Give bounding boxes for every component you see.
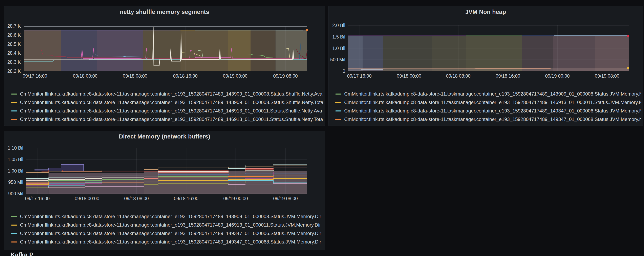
x-tick-label: 09/19 08:00 (590, 73, 624, 79)
legend-label[interactable]: CmMonitor.flink.rts.kafkadump.c8-data-st… (344, 108, 641, 114)
y-tick-label: 1.00 Bil (6, 168, 23, 174)
x-tick-label: 09/19 00:00 (218, 196, 253, 201)
legend: CmMonitor.flink.rts.kafkadump.c8-data-st… (11, 212, 323, 246)
chart-canvas-netty-shuffle[interactable] (24, 26, 307, 71)
x-tick-label: 09/18 16:00 (491, 73, 525, 79)
legend-item: CmMonitor.flink.rts.kafkadump.c8-data-st… (11, 238, 323, 246)
legend-marker (11, 102, 17, 103)
legend: CmMonitor.flink.rts.kafkadump.c8-data-st… (11, 90, 323, 124)
legend-marker (11, 242, 17, 243)
series-endpoint-dot (627, 67, 629, 69)
x-tick-label: 09/18 08:00 (119, 196, 154, 201)
row-title-kafka[interactable]: Kafka P (10, 251, 34, 256)
legend-label[interactable]: CmMonitor.flink.rts.kafkadump.c8-data-st… (20, 239, 321, 245)
panel-jvm-non-heap: JVM Non heap 2.0 Bil1.5 Bil1.0 Bil500 Mi… (328, 6, 643, 126)
y-tick-label: 2.0 Bil (330, 22, 345, 28)
legend-item: CmMonitor.flink.rts.kafkadump.c8-data-st… (11, 229, 323, 238)
x-tick-label: 09/19 08:00 (268, 196, 302, 201)
legend-item: CmMonitor.flink.rts.kafkadump.c8-data-st… (11, 107, 323, 115)
legend-item: CmMonitor.flink.rts.kafkadump.c8-data-st… (11, 221, 323, 229)
series-endpoint-dot (306, 29, 308, 31)
legend-marker (335, 94, 342, 95)
legend-marker (11, 111, 17, 112)
y-tick-label: 1.10 Bil (6, 145, 23, 151)
legend-marker (11, 216, 17, 217)
legend-item: CmMonitor.flink.rts.kafkadump.c8-data-st… (11, 212, 323, 221)
y-tick-label: 28.7 K (6, 23, 21, 29)
y-tick-label: 28.3 K (6, 59, 21, 65)
y-tick-label: 950 Mil (6, 179, 23, 185)
chart-canvas-jvm-non-heap[interactable] (348, 25, 629, 71)
x-tick-label: 09/18 16:00 (169, 196, 203, 201)
legend-item: CmMonitor.flink.rts.kafkadump.c8-data-st… (335, 98, 641, 107)
legend-marker (11, 233, 17, 234)
legend-label[interactable]: CmMonitor.flink.rts.kafkadump.c8-data-st… (20, 214, 321, 219)
x-tick-label: 09/18 08:00 (441, 73, 476, 79)
legend-item: CmMonitor.flink.rts.kafkadump.c8-data-st… (11, 115, 323, 124)
x-tick-label: 09/19 00:00 (218, 73, 252, 79)
series-endpoint-dot (627, 35, 629, 37)
legend-label[interactable]: CmMonitor.flink.rts.kafkadump.c8-data-st… (20, 231, 321, 236)
legend-label[interactable]: CmMonitor.flink.rts.kafkadump.c8-data-st… (20, 91, 322, 97)
legend-item: CmMonitor.flink.rts.kafkadump.c8-data-st… (11, 90, 323, 98)
x-tick-label: 09/18 16:00 (168, 73, 202, 79)
y-tick-label: 1.5 Bil (330, 34, 345, 40)
panel-title[interactable]: netty shuffle memory segments (4, 9, 325, 15)
legend-label[interactable]: CmMonitor.flink.rts.kafkadump.c8-data-st… (344, 100, 641, 105)
y-tick-label: 1.05 Bil (6, 157, 23, 162)
dashboard: netty shuffle memory segments 28.7 K28.6… (0, 0, 644, 256)
panel-netty-shuffle-memory-segments: netty shuffle memory segments 28.7 K28.6… (4, 6, 325, 126)
x-tick-label: 09/18 00:00 (392, 73, 426, 79)
legend-marker (335, 111, 342, 112)
x-tick-label: 09/17 16:00 (342, 73, 376, 79)
legend-label[interactable]: CmMonitor.flink.rts.kafkadump.c8-data-st… (20, 100, 323, 105)
legend-item: CmMonitor.flink.rts.kafkadump.c8-data-st… (11, 98, 323, 107)
x-tick-label: 09/19 00:00 (540, 73, 574, 79)
legend-label[interactable]: CmMonitor.flink.rts.kafkadump.c8-data-st… (20, 117, 323, 122)
legend-marker (11, 119, 17, 120)
legend: CmMonitor.flink.rts.kafkadump.c8-data-st… (335, 90, 641, 124)
legend-label[interactable]: CmMonitor.flink.rts.kafkadump.c8-data-st… (344, 117, 641, 122)
x-tick-label: 09/17 16:00 (20, 196, 54, 201)
legend-item: CmMonitor.flink.rts.kafkadump.c8-data-st… (335, 90, 641, 98)
panel-title[interactable]: Direct Memory (network buffers) (4, 133, 325, 140)
legend-label[interactable]: CmMonitor.flink.rts.kafkadump.c8-data-st… (20, 108, 322, 114)
x-tick-label: 09/18 08:00 (118, 73, 152, 79)
legend-marker (335, 102, 342, 103)
panel-direct-memory-network-buffers: Direct Memory (network buffers) 1.10 Bil… (4, 131, 325, 250)
x-tick-label: 09/18 00:00 (68, 73, 102, 79)
y-tick-label: 500 Mil (330, 57, 345, 62)
legend-marker (335, 119, 342, 120)
x-tick-label: 09/17 16:00 (18, 73, 52, 79)
x-tick-label: 09/18 00:00 (70, 196, 104, 201)
chart-canvas-direct-memory[interactable] (26, 148, 307, 194)
legend-marker (11, 225, 17, 226)
legend-item: CmMonitor.flink.rts.kafkadump.c8-data-st… (335, 107, 641, 115)
x-tick-label: 09/19 08:00 (268, 73, 302, 79)
legend-item: CmMonitor.flink.rts.kafkadump.c8-data-st… (335, 115, 641, 124)
y-tick-label: 28.4 K (6, 50, 21, 56)
legend-label[interactable]: CmMonitor.flink.rts.kafkadump.c8-data-st… (344, 91, 641, 97)
y-tick-label: 28.5 K (6, 41, 21, 47)
y-tick-label: 28.6 K (6, 32, 21, 38)
panel-title[interactable]: JVM Non heap (328, 9, 643, 15)
y-tick-label: 1.0 Bil (330, 46, 345, 51)
series-nonheap-bottom-salmon (348, 68, 629, 68)
legend-marker (11, 94, 17, 95)
legend-label[interactable]: CmMonitor.flink.rts.kafkadump.c8-data-st… (20, 222, 321, 228)
